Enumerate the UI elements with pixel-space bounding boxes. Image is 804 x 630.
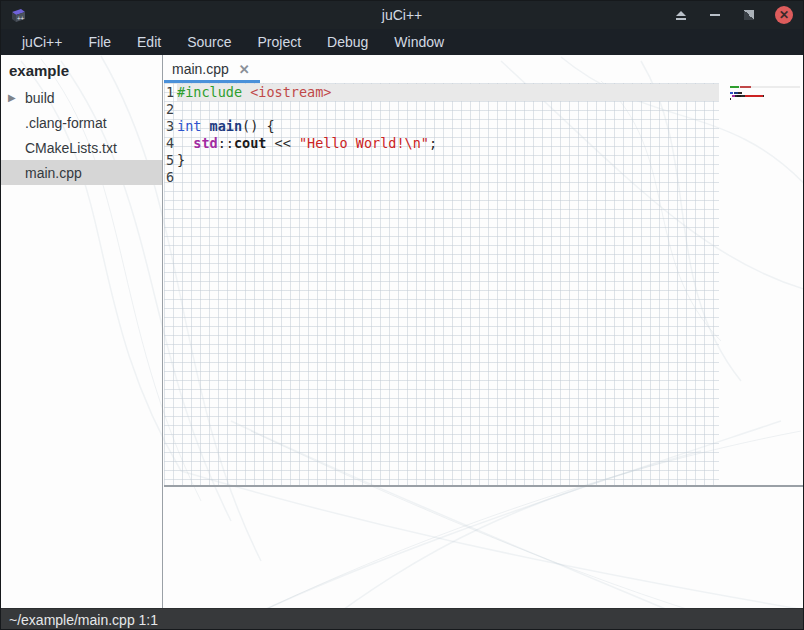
token-string: "Hello World!\n" [299, 135, 429, 151]
minimap-line [730, 101, 800, 103]
line-number: 2 [164, 101, 177, 118]
statusbar: ~/example/main.cpp 1:1 [1, 608, 803, 630]
tree-item-label: build [25, 90, 55, 106]
tab-close-icon[interactable]: ✕ [239, 62, 250, 77]
tree-item-build[interactable]: ▶build [1, 85, 162, 110]
code-line-4[interactable]: 4 std::cout << "Hello World!\n"; [164, 135, 719, 152]
status-file-location: ~/example/main.cpp 1:1 [9, 612, 158, 628]
token-preprocessor: #include [177, 84, 242, 100]
minimap-segment [745, 95, 763, 97]
project-name: example [1, 55, 162, 85]
minimize-bar [710, 14, 720, 16]
minimap-segment [740, 86, 751, 88]
token-plain: } [177, 152, 185, 168]
tab-main-cpp[interactable]: main.cpp ✕ [164, 55, 260, 83]
line-text: #include <iostream> [177, 84, 719, 101]
line-number: 1 [164, 84, 177, 101]
shade-window-icon[interactable] [673, 7, 689, 23]
token-namespace: std [193, 135, 217, 151]
code-editor[interactable]: 1#include <iostream>23int main() {4 std:… [164, 83, 804, 485]
code-line-6[interactable]: 6 [164, 169, 719, 186]
app-icon: ++ [9, 6, 27, 24]
editor-pane: main.cpp ✕ 1#include <iostream>23int mai… [164, 55, 804, 608]
close-icon[interactable]: ✕ [775, 6, 793, 24]
line-text: } [177, 152, 719, 169]
shade-bar [676, 18, 686, 20]
line-number: 3 [164, 118, 177, 135]
line-number: 4 [164, 135, 177, 152]
code-line-1[interactable]: 1#include <iostream> [164, 84, 719, 101]
token-plain [201, 118, 209, 134]
token-member: cout [234, 135, 267, 151]
token-plain: :: [218, 135, 234, 151]
menubar: juCi++FileEditSourceProjectDebugWindow [1, 29, 803, 55]
minimap-line [730, 98, 800, 100]
minimize-icon[interactable] [707, 7, 723, 23]
line-text: int main() { [177, 118, 719, 135]
menu-file[interactable]: File [75, 30, 124, 54]
line-text: std::cout << "Hello World!\n"; [177, 135, 719, 152]
token-plain [177, 135, 193, 151]
code-lines: 1#include <iostream>23int main() {4 std:… [164, 84, 719, 186]
tabbar: main.cpp ✕ [164, 55, 804, 83]
menu-edit[interactable]: Edit [124, 30, 174, 54]
line-text [177, 101, 719, 118]
token-keyword: int [177, 118, 201, 134]
minimap-segment [730, 98, 731, 100]
line-number: 5 [164, 152, 177, 169]
svg-text:++: ++ [17, 14, 25, 21]
expander-icon[interactable]: ▶ [1, 92, 19, 103]
minimap-segment [763, 95, 764, 97]
minimap-segment [730, 86, 739, 88]
menu-source[interactable]: Source [174, 30, 244, 54]
menu-debug[interactable]: Debug [314, 30, 381, 54]
token-plain: () { [242, 118, 275, 134]
tree-item-label: main.cpp [25, 165, 82, 181]
maximize-square [744, 10, 754, 20]
minimap-line [730, 92, 800, 94]
minimap-line [730, 95, 800, 97]
maximize-icon[interactable] [741, 7, 757, 23]
token-plain [242, 84, 250, 100]
titlebar: ++ juCi++ ✕ [1, 1, 803, 29]
minimap-line [730, 86, 800, 88]
content-area: example ▶build.clang-formatCMakeLists.tx… [1, 55, 803, 608]
tree-item--clang-format[interactable]: .clang-format [1, 110, 162, 135]
minimap-segment [738, 92, 742, 94]
tree-item-main-cpp[interactable]: main.cpp [1, 160, 162, 185]
token-includepath: <iostream> [250, 84, 331, 100]
line-text [177, 169, 719, 186]
tab-label: main.cpp [172, 61, 229, 77]
token-plain: ; [429, 135, 437, 151]
token-function: main [210, 118, 243, 134]
menu-window[interactable]: Window [381, 30, 457, 54]
app-window: ++ juCi++ ✕ juCi++FileEditSourceProjectD… [0, 0, 804, 630]
token-plain: << [266, 135, 299, 151]
terminal-panel[interactable] [164, 487, 804, 608]
code-line-3[interactable]: 3int main() { [164, 118, 719, 135]
file-tree: ▶build.clang-formatCMakeLists.txtmain.cp… [1, 85, 162, 185]
minimap-line [730, 89, 800, 91]
shade-triangle [676, 11, 686, 16]
tree-item-label: CMakeLists.txt [25, 140, 117, 156]
minimap[interactable] [730, 86, 800, 104]
line-number: 6 [164, 169, 177, 186]
menu-juci[interactable]: juCi++ [9, 30, 75, 54]
code-line-2[interactable]: 2 [164, 101, 719, 118]
menu-project[interactable]: Project [245, 30, 315, 54]
file-tree-panel: example ▶build.clang-formatCMakeLists.tx… [1, 55, 163, 608]
window-controls: ✕ [673, 1, 793, 29]
code-line-5[interactable]: 5} [164, 152, 719, 169]
tree-item-cmakelists-txt[interactable]: CMakeLists.txt [1, 135, 162, 160]
tree-item-label: .clang-format [25, 115, 107, 131]
